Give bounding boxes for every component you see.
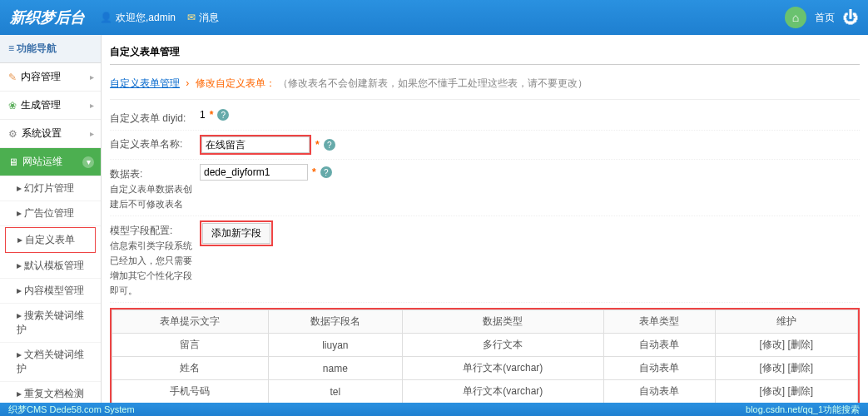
gear-icon: ⚙ (8, 128, 17, 140)
fields-table: 表单提示文字 数据字段名 数据类型 表单类型 维护 留言liuyan多行文本自动… (110, 308, 860, 403)
user-icon: 👤 (100, 12, 112, 23)
table-row: 留言liuyan多行文本自动表单[修改] [删除] (112, 334, 858, 357)
sub-search[interactable]: ▸ 搜索关键词维护 (0, 304, 101, 343)
chevron-right-icon: ▸ (90, 72, 94, 82)
nav-system[interactable]: ⚙系统设置▸ (0, 120, 101, 148)
row-actions[interactable]: [修改] [删除] (715, 380, 857, 404)
row-actions[interactable]: [修改] [删除] (715, 334, 857, 357)
sub-tpl[interactable]: ▸ 默认模板管理 (0, 254, 101, 279)
crumb-current: 修改自定义表单： (196, 77, 275, 89)
nav-header: ≡ 功能导航 (0, 35, 101, 63)
sub-keyword[interactable]: ▸ 文档关键词维护 (0, 343, 101, 382)
sub-diyform[interactable]: ▸ 自定义表单 (5, 227, 96, 253)
crumb-note: （修改表名不会创建新表，如果您不懂手工处理这些表，请不要更改） (278, 77, 588, 89)
msg-link[interactable]: 消息 (199, 11, 219, 25)
sub-slide[interactable]: ▸ 幻灯片管理 (0, 176, 101, 201)
name-label: 自定义表单名称: (110, 135, 200, 151)
table-input[interactable] (200, 164, 308, 181)
name-input[interactable] (201, 136, 310, 153)
chevron-down-icon: ▾ (82, 156, 94, 168)
help-icon[interactable]: ? (324, 139, 335, 151)
chevron-right-icon: ▸ (90, 129, 94, 138)
table-header-row: 表单提示文字 数据字段名 数据类型 表单类型 维护 (112, 310, 858, 334)
nav-generate[interactable]: ❀生成管理▸ (0, 92, 101, 120)
footer-right: blog.csdn.net/qq_1功能搜索 (746, 404, 860, 415)
nav-site[interactable]: 🖥网站运维▾ (0, 148, 101, 176)
sidebar: ≡ 功能导航 ✎内容管理▸ ❀生成管理▸ ⚙系统设置▸ 🖥网站运维▾ ▸ 幻灯片… (0, 35, 102, 403)
diyid-value: 1 (200, 109, 206, 121)
logo: 新织梦后台 (10, 7, 85, 27)
pencil-icon: ✎ (8, 72, 17, 83)
add-field-button[interactable]: 添加新字段 (202, 223, 270, 244)
table-label: 数据表:自定义表单数据表创建后不可修改表名 (110, 164, 200, 211)
top-header: 新织梦后台 👤 欢迎您,admin ✉ 消息 ⌂ 首页 ⏻ (0, 0, 868, 35)
footer: 织梦CMS Dede58.com System blog.csdn.net/qq… (0, 403, 868, 416)
row-actions[interactable]: [修改] [删除] (715, 357, 857, 380)
table-row: 手机号码tel单行文本(varchar)自动表单[修改] [删除] (112, 380, 858, 404)
footer-left: 织梦CMS Dede58.com System (8, 404, 135, 415)
crumb-link[interactable]: 自定义表单管理 (110, 77, 180, 89)
monitor-icon: 🖥 (8, 156, 18, 168)
model-label: 模型字段配置:信息索引类字段系统已经加入，您只需要增加其它个性化字段即可。 (110, 220, 200, 298)
chevron-right-icon: ▸ (90, 101, 94, 110)
sub-ad[interactable]: ▸ 广告位管理 (0, 201, 101, 226)
breadcrumb: 自定义表单管理 › 修改自定义表单： （修改表名不会创建新表，如果您不懂手工处理… (110, 72, 860, 100)
th-form: 表单类型 (604, 310, 716, 334)
main-panel: 自定义表单管理 自定义表单管理 › 修改自定义表单： （修改表名不会创建新表，如… (102, 35, 868, 403)
sub-model[interactable]: ▸ 内容模型管理 (0, 279, 101, 304)
mail-icon: ✉ (187, 12, 196, 23)
home-icon[interactable]: ⌂ (785, 7, 806, 28)
table-row: 姓名name单行文本(varchar)自动表单[修改] [删除] (112, 357, 858, 380)
tree-icon: ❀ (8, 100, 17, 111)
diyid-label: 自定义表单 diyid: (110, 109, 200, 126)
help-icon[interactable]: ? (217, 109, 229, 121)
page-title: 自定义表单管理 (110, 40, 860, 65)
th-type: 数据类型 (402, 310, 603, 334)
nav-content[interactable]: ✎内容管理▸ (0, 63, 101, 92)
welcome-text: 欢迎您,admin (116, 11, 176, 25)
th-action: 维护 (715, 310, 857, 334)
help-icon[interactable]: ? (320, 166, 332, 178)
home-link[interactable]: 首页 (815, 11, 835, 25)
th-prompt: 表单提示文字 (112, 310, 269, 334)
power-icon[interactable]: ⏻ (843, 9, 858, 27)
th-field: 数据字段名 (268, 310, 402, 334)
